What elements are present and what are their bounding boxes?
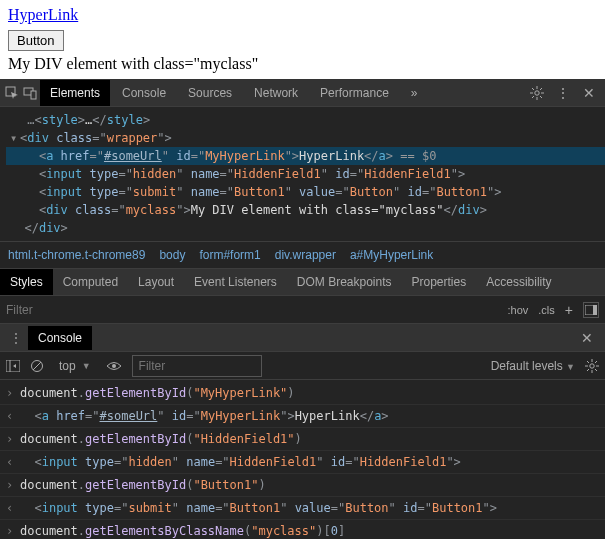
svg-line-17: [33, 362, 41, 370]
drawer-kebab-icon[interactable]: ⋮: [4, 331, 28, 345]
subtab-layout[interactable]: Layout: [128, 269, 184, 295]
console-sidebar-toggle-icon[interactable]: [6, 360, 20, 372]
styles-filter-input[interactable]: [6, 303, 498, 317]
svg-line-24: [587, 361, 589, 363]
breadcrumb[interactable]: html.t-chrome.t-chrome89 body form#form1…: [0, 241, 605, 268]
console-output-line: ‹ <a href="#someUrl" id="MyHyperLink">Hy…: [0, 405, 605, 428]
crumb[interactable]: div.wrapper: [275, 248, 336, 262]
tab-elements[interactable]: Elements: [40, 80, 110, 106]
crumb[interactable]: html.t-chrome.t-chrome89: [8, 248, 145, 262]
drawer-tabbar: ⋮ Console ✕: [0, 324, 605, 352]
console-input-line: ›document.getElementById("MyHyperLink"): [0, 382, 605, 405]
devtools: Elements Console Sources Network Perform…: [0, 79, 605, 539]
svg-line-27: [587, 369, 589, 371]
drawer-close-icon[interactable]: ✕: [573, 330, 601, 346]
console-toolbar: top▼ Default levels ▼: [0, 352, 605, 380]
crumb[interactable]: body: [159, 248, 185, 262]
svg-line-9: [540, 96, 542, 98]
rendered-page: HyperLink Button My DIV element with cla…: [0, 0, 605, 79]
tab-sources[interactable]: Sources: [178, 80, 242, 106]
console-filter-input[interactable]: [132, 355, 262, 377]
subtab-properties[interactable]: Properties: [402, 269, 477, 295]
styles-subtabs: Styles Computed Layout Event Listeners D…: [0, 268, 605, 296]
page-hyperlink[interactable]: HyperLink: [8, 6, 78, 23]
console-input-line: ›document.getElementById("HiddenField1"): [0, 428, 605, 451]
drawer-tab-console[interactable]: Console: [28, 326, 92, 350]
kebab-icon[interactable]: ⋮: [555, 85, 571, 101]
log-levels-select[interactable]: Default levels ▼: [491, 359, 575, 373]
devtools-tabbar: Elements Console Sources Network Perform…: [0, 79, 605, 107]
toggle-sidebar-icon[interactable]: [583, 302, 599, 318]
subtab-accessibility[interactable]: Accessibility: [476, 269, 561, 295]
console-body[interactable]: ›document.getElementById("MyHyperLink")‹…: [0, 380, 605, 539]
svg-line-25: [595, 369, 597, 371]
close-icon[interactable]: ✕: [581, 85, 597, 101]
inspect-icon[interactable]: [4, 85, 20, 101]
crumb[interactable]: a#MyHyperLink: [350, 248, 433, 262]
tab-console[interactable]: Console: [112, 80, 176, 106]
svg-rect-2: [31, 91, 36, 99]
svg-line-10: [540, 88, 542, 90]
tab-network[interactable]: Network: [244, 80, 308, 106]
console-settings-icon[interactable]: [585, 359, 599, 373]
console-input-line: ›document.getElementById("Button1"): [0, 474, 605, 497]
subtab-computed[interactable]: Computed: [53, 269, 128, 295]
cls-toggle[interactable]: .cls: [538, 304, 555, 316]
console-output-line: ‹ <input type="submit" name="Button1" va…: [0, 497, 605, 520]
styles-filter-row: :hov .cls +: [0, 296, 605, 324]
subtab-styles[interactable]: Styles: [0, 269, 53, 295]
tab-performance[interactable]: Performance: [310, 80, 399, 106]
svg-line-11: [532, 96, 534, 98]
subtab-event-listeners[interactable]: Event Listeners: [184, 269, 287, 295]
svg-point-19: [590, 363, 594, 367]
svg-point-18: [112, 364, 116, 368]
selected-element[interactable]: <a href="#someUrl" id="MyHyperLink">Hype…: [6, 147, 605, 165]
hov-toggle[interactable]: :hov: [508, 304, 529, 316]
gear-icon[interactable]: [529, 85, 545, 101]
new-style-rule-icon[interactable]: +: [565, 302, 573, 318]
svg-line-8: [532, 88, 534, 90]
page-div-myclass: My DIV element with class="myclass": [8, 55, 597, 73]
crumb[interactable]: form#form1: [199, 248, 260, 262]
console-context-select[interactable]: top▼: [54, 356, 96, 376]
svg-line-26: [595, 361, 597, 363]
subtab-dom-breakpoints[interactable]: DOM Breakpoints: [287, 269, 402, 295]
console-drawer: ⋮ Console ✕ top▼ Default levels ▼ ›docum…: [0, 324, 605, 539]
clear-console-icon[interactable]: [30, 359, 44, 373]
device-toggle-icon[interactable]: [22, 85, 38, 101]
page-button[interactable]: Button: [8, 30, 64, 51]
eye-icon[interactable]: [106, 360, 122, 372]
console-input-line: ›document.getElementsByClassName("myclas…: [0, 520, 605, 539]
elements-dom-tree[interactable]: …<style>…</style> ▾<div class="wrapper">…: [0, 107, 605, 241]
svg-rect-13: [593, 305, 597, 315]
tab-more[interactable]: »: [401, 80, 428, 106]
svg-point-3: [535, 90, 539, 94]
console-output-line: ‹ <input type="hidden" name="HiddenField…: [0, 451, 605, 474]
